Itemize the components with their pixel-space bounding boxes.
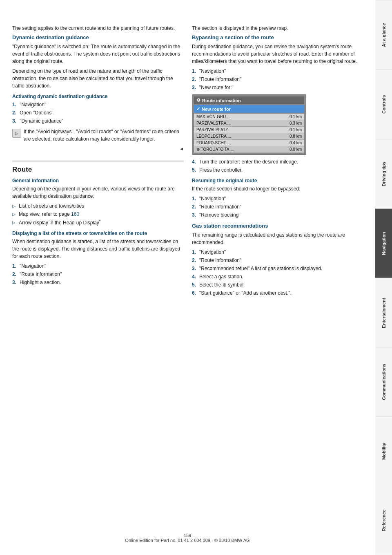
general-info-para1: Depending on the equipment in your vehic… [12,185,184,200]
sidebar-tab-reference[interactable]: Reference [375,486,392,555]
displaying-step-2: 2. "Route information" [12,271,184,278]
general-info-heading: General information [12,178,184,184]
displaying-para1: When destination guidance is started, a … [12,238,184,260]
bullet-streets: List of streets and towns/cities [12,202,184,210]
route-info-row: LEOPOLDSTRA ...0.8 km [194,133,304,140]
route-info-header-text: Route information [202,98,241,103]
activating-section: Activating dynamic destination guidance … [12,94,184,152]
bypassing-section: Bypassing a section of the route During … [192,34,363,174]
displaying-step-3: 3. Highlight a section. [12,279,184,286]
bypassing-steps: 1. "Navigation" 2. "Route information" 3… [192,67,363,91]
activating-heading: Activating dynamic destination guidance [12,94,184,99]
gas-station-heading: Gas station recommendations [192,223,363,229]
route-info-row: EDUARD-SCHE ...0.4 km [194,140,304,146]
route-info-rows: MAX-VON-GRU ...0.1 kmPARZIVALSTRA ...0.3… [194,114,304,153]
sidebar-tab-navigation[interactable]: Navigation [375,208,392,278]
bypassing-step-5: 5. Press the controller. [192,166,363,174]
bypassing-step-2: 2. "Route information" [192,76,363,83]
sidebar-tab-driving-tips[interactable]: Driving tips [375,139,392,208]
general-info-section: General information Depending on the equ… [12,178,184,226]
route-info-title-text: New route for [202,107,231,112]
displaying-steps: 1. "Navigation" 2. "Route information" 3… [12,262,184,286]
gas-station-steps: 1. "Navigation" 2. "Route information" 3… [192,248,363,297]
resuming-step-3: 3. "Remove blocking" [192,211,363,219]
main-content: The setting applies to the current route… [0,0,375,555]
displaying-step-1: 1. "Navigation" [12,262,184,270]
route-info-header-icon: ⚙ [196,98,200,103]
route-info-row: ⊕ TOROUATO TA ...0.0 km [194,146,304,153]
resuming-steps: 1. "Navigation" 2. "Route information" 3… [192,195,363,219]
displaying-section: Displaying a list of the streets or town… [12,231,184,286]
route-title: Route [12,161,184,174]
activating-note-text: If the "Avoid highways", "Avoid toll roa… [24,128,184,143]
activating-step-2: 2. Open "Options". [12,109,184,116]
route-info-title-bar: ✓ New route for [194,105,304,113]
route-info-title-icon: ✓ [196,106,200,112]
bypassing-heading: Bypassing a section of the route [192,34,363,40]
back-arrow: ◄ [12,145,184,152]
bypassing-step-4: 4. Turn the controller: enter the desire… [192,158,363,166]
sidebar-tab-entertainment[interactable]: Entertainment [375,278,392,347]
resuming-heading: Resuming the original route [192,178,363,184]
gas-step-3: 3. "Recommended refuel" A list of gas st… [192,265,363,272]
resuming-step-2: 2. "Route information" [192,203,363,210]
gas-step-5: 5. Select the ⊕ symbol. [192,281,363,289]
sidebar-tab-communications[interactable]: Communications [375,347,392,416]
bullet-map: Map view, refer to page 160 [12,210,184,218]
page-container: The setting applies to the current route… [0,0,392,555]
gas-step-2: 2. "Route information" [192,257,363,264]
right-column: The section is displayed in the preview … [192,25,363,530]
gas-step-6: 6. "Start guidance" or "Add as another d… [192,289,363,297]
preview-text: The section is displayed in the preview … [192,25,363,32]
sidebar-tab-at-a-glance[interactable]: At a glance [375,0,392,69]
general-info-bullets: List of streets and towns/cities Map vie… [12,202,184,226]
route-info-row: PARZIVALPLATZ0.1 km [194,127,304,133]
play-icon: ▷ [12,129,21,138]
bypassing-steps-45: 4. Turn the controller: enter the desire… [192,158,363,174]
bypassing-step-3: 3. "New route for:" [192,84,363,91]
gas-station-section: Gas station recommendations The remainin… [192,223,363,297]
left-column: The setting applies to the current route… [12,25,184,530]
resuming-section: Resuming the original route If the route… [192,178,363,219]
footer-text: Online Edition for Part no. 01 41 2 604 … [125,538,249,543]
bypassing-para1: During destination guidance, you can rev… [192,43,363,65]
dynamic-guidance-section: Dynamic destination guidance "Dynamic gu… [12,34,184,90]
route-info-header: ⚙ Route information [194,96,304,104]
route-section: Route General information Depending on t… [12,161,184,286]
sidebar: At a glance Controls Driving tips Naviga… [375,0,392,555]
bullet-arrow: Arrow display in the Head-up Display* [12,219,184,226]
sidebar-tab-mobility[interactable]: Mobility [375,416,392,486]
activating-step-1: 1. "Navigation" [12,101,184,108]
gas-step-4: 4. Select a gas station. [192,273,363,280]
dynamic-guidance-para1: "Dynamic guidance" is switched on: The r… [12,43,184,65]
resuming-step-1: 1. "Navigation" [192,195,363,202]
activating-steps: 1. "Navigation" 2. Open "Options". 3. "D… [12,101,184,125]
dynamic-guidance-heading: Dynamic destination guidance [12,34,184,40]
route-info-box: ⚙ Route information ✓ New route for MAX-… [192,94,306,155]
activating-note: ▷ If the "Avoid highways", "Avoid toll r… [12,128,184,143]
page-footer: 159 Online Edition for Part no. 01 41 2 … [0,533,375,543]
activating-step-3: 3. "Dynamic guidance" [12,117,184,125]
sidebar-tab-controls[interactable]: Controls [375,69,392,139]
gas-station-para1: The remaining range is calculated and ga… [192,231,363,246]
displaying-heading: Displaying a list of the streets or town… [12,231,184,236]
route-info-row: MAX-VON-GRU ...0.1 km [194,114,304,120]
dynamic-guidance-para2: Depending on the type of road and the na… [12,67,184,90]
resuming-para1: If the route section should no longer be… [192,185,363,192]
gas-step-1: 1. "Navigation" [192,248,363,256]
page-number: 159 [184,533,191,538]
bypassing-step-1: 1. "Navigation" [192,67,363,75]
intro-text: The setting applies to the current route… [12,25,184,32]
route-info-row: PARZIVALSTRA ...0.3 km [194,120,304,127]
